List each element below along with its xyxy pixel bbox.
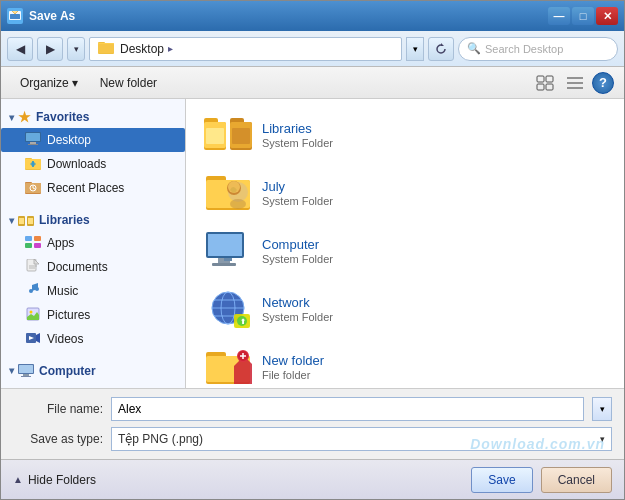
title-bar: Save As — □ ✕ [1,1,624,31]
svg-marker-45 [36,333,40,343]
file-item-network[interactable]: ⬆ Network System Folder [194,281,616,337]
videos-icon [25,331,41,348]
computer-file-info: Computer System Folder [262,237,333,265]
forward-button[interactable]: ▶ [37,37,63,61]
new-folder-file-name: New folder [262,353,324,368]
savetype-select[interactable]: Tệp PNG (.png) ▾ [111,427,612,451]
window-icon [7,8,23,24]
network-file-icon: ⬆ [204,285,252,333]
svg-rect-49 [23,374,29,376]
libraries-icon [18,212,34,228]
location-arrow: ▸ [168,43,173,54]
sidebar-item-downloads[interactable]: Downloads [1,152,185,176]
svg-marker-6 [441,43,444,46]
cancel-button[interactable]: Cancel [541,467,612,493]
music-label: Music [47,284,78,298]
computer-section-header[interactable]: ▾ Computer [1,357,185,381]
minimize-button[interactable]: — [548,7,570,25]
sidebar: ▾ ★ Favorites Desktop [1,99,186,388]
savetype-row: Save as type: Tệp PNG (.png) ▾ [13,427,612,451]
footer-actions: Save Cancel [471,467,612,493]
filename-label: File name: [13,402,103,416]
svg-rect-10 [546,84,553,90]
savetype-arrow-icon: ▾ [600,434,605,444]
address-bar: ◀ ▶ ▾ Desktop ▸ ▾ 🔍 Search De [1,31,624,67]
file-item-libraries[interactable]: Libraries System Folder [194,107,616,163]
star-icon: ★ [18,109,31,125]
hide-folders-button[interactable]: ▲ Hide Folders [13,473,96,487]
svg-rect-8 [546,76,553,82]
network-file-name: Network [262,295,333,310]
organize-button[interactable]: Organize ▾ [11,71,87,95]
sidebar-item-documents[interactable]: Documents [1,255,185,279]
computer-label: Computer [39,364,96,378]
file-item-computer[interactable]: Computer System Folder [194,223,616,279]
documents-icon [25,259,41,276]
svg-rect-67 [208,234,242,256]
recent-places-icon [25,180,41,197]
maximize-button[interactable]: □ [572,7,594,25]
music-icon [25,283,41,300]
address-dropdown-arrow[interactable]: ▾ [406,37,424,61]
window-controls: — □ ✕ [548,7,618,25]
sidebar-item-videos[interactable]: Videos [1,327,185,351]
svg-point-43 [30,310,33,313]
new-folder-file-info: New folder File folder [262,353,324,381]
desktop-label: Desktop [47,133,91,147]
location-folder-icon [98,40,114,57]
file-list: Libraries System Folder [186,99,624,388]
filename-input[interactable] [111,397,584,421]
favorites-label: Favorites [36,110,89,124]
new-folder-button[interactable]: New folder [91,71,166,95]
view-toggle-button[interactable] [532,71,558,95]
file-item-july[interactable]: July System Folder [194,165,616,221]
july-file-type: System Folder [262,195,333,207]
sidebar-item-desktop[interactable]: Desktop [1,128,185,152]
new-folder-file-icon [204,343,252,388]
svg-rect-1 [10,14,20,19]
computer-arrow-icon: ▾ [9,365,14,376]
svg-rect-31 [19,218,24,224]
libraries-section-header[interactable]: ▾ Libraries [1,206,185,231]
documents-label: Documents [47,260,108,274]
svg-point-40 [29,289,33,293]
address-field[interactable]: Desktop ▸ [89,37,402,61]
help-button[interactable]: ? [592,72,614,94]
svg-rect-22 [32,161,34,167]
refresh-button[interactable] [428,37,454,61]
search-placeholder: Search Desktop [485,43,563,55]
svg-rect-34 [34,236,41,241]
hide-folders-label: Hide Folders [28,473,96,487]
savetype-value: Tệp PNG (.png) [118,432,203,446]
desktop-icon [25,132,41,149]
sidebar-item-music[interactable]: Music [1,279,185,303]
apps-label: Apps [47,236,74,250]
main-content: ▾ ★ Favorites Desktop [1,99,624,388]
back-button[interactable]: ◀ [7,37,33,61]
list-view-button[interactable] [562,71,588,95]
svg-rect-69 [212,263,236,266]
toolbar: Organize ▾ New folder ? [1,67,624,99]
favorites-section-header[interactable]: ▾ ★ Favorites [1,103,185,128]
save-button[interactable]: Save [471,467,532,493]
network-file-type: System Folder [262,311,333,323]
nav-dropdown-button[interactable]: ▾ [67,37,85,61]
libraries-label: Libraries [39,213,90,227]
close-button[interactable]: ✕ [596,7,618,25]
computer-file-name: Computer [262,237,333,252]
svg-rect-32 [28,218,33,224]
july-file-info: July System Folder [262,179,333,207]
network-file-info: Network System Folder [262,295,333,323]
filename-dropdown[interactable]: ▾ [592,397,612,421]
svg-rect-15 [26,133,40,141]
downloads-label: Downloads [47,157,106,171]
pictures-label: Pictures [47,308,90,322]
libraries-file-type: System Folder [262,137,333,149]
sidebar-item-apps[interactable]: Apps [1,231,185,255]
search-box[interactable]: 🔍 Search Desktop [458,37,618,61]
svg-rect-50 [21,376,31,377]
libraries-file-info: Libraries System Folder [262,121,333,149]
sidebar-item-recent-places[interactable]: Recent Places [1,176,185,200]
sidebar-item-pictures[interactable]: Pictures [1,303,185,327]
file-item-new-folder[interactable]: New folder File folder [194,339,616,388]
